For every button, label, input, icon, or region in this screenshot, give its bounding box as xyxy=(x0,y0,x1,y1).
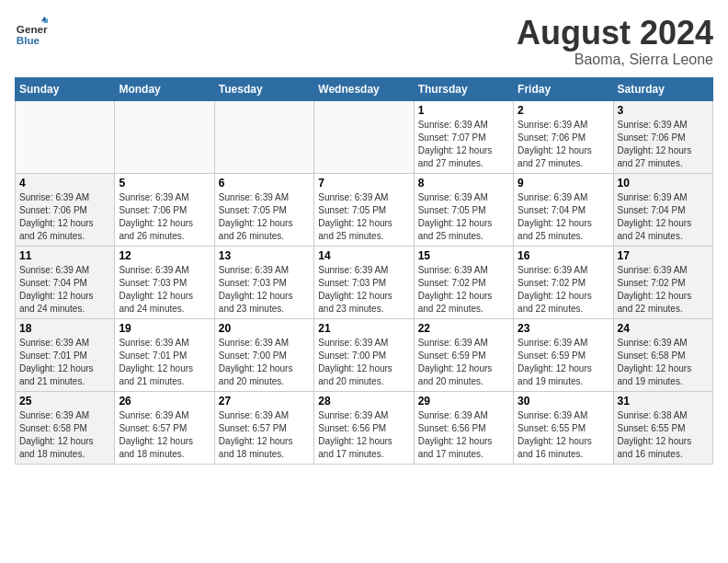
day-info: Sunrise: 6:39 AM Sunset: 7:05 PM Dayligh… xyxy=(418,191,509,243)
calendar-cell: 3Sunrise: 6:39 AM Sunset: 7:06 PM Daylig… xyxy=(613,100,712,173)
day-info: Sunrise: 6:39 AM Sunset: 7:03 PM Dayligh… xyxy=(119,264,210,316)
weekday-header-tuesday: Tuesday xyxy=(214,77,313,100)
day-info: Sunrise: 6:39 AM Sunset: 6:57 PM Dayligh… xyxy=(219,409,310,461)
day-info: Sunrise: 6:39 AM Sunset: 7:07 PM Dayligh… xyxy=(418,119,509,170)
svg-text:Blue: Blue xyxy=(17,34,40,46)
calendar-cell: 15Sunrise: 6:39 AM Sunset: 7:02 PM Dayli… xyxy=(414,246,513,318)
calendar-cell: 16Sunrise: 6:39 AM Sunset: 7:02 PM Dayli… xyxy=(514,246,613,318)
week-row-5: 25Sunrise: 6:39 AM Sunset: 6:58 PM Dayli… xyxy=(16,391,713,464)
day-number: 6 xyxy=(219,177,310,190)
day-number: 22 xyxy=(418,322,509,335)
day-info: Sunrise: 6:39 AM Sunset: 7:02 PM Dayligh… xyxy=(518,264,609,316)
day-info: Sunrise: 6:39 AM Sunset: 7:03 PM Dayligh… xyxy=(219,264,310,316)
calendar-cell: 2Sunrise: 6:39 AM Sunset: 7:06 PM Daylig… xyxy=(514,100,613,173)
day-info: Sunrise: 6:39 AM Sunset: 7:00 PM Dayligh… xyxy=(219,337,310,388)
day-number: 12 xyxy=(119,249,210,262)
calendar-cell: 23Sunrise: 6:39 AM Sunset: 6:59 PM Dayli… xyxy=(514,318,613,391)
calendar-cell: 14Sunrise: 6:39 AM Sunset: 7:03 PM Dayli… xyxy=(314,246,414,318)
day-number: 13 xyxy=(219,249,310,262)
day-info: Sunrise: 6:39 AM Sunset: 6:58 PM Dayligh… xyxy=(19,409,110,461)
day-number: 8 xyxy=(418,177,509,190)
day-number: 4 xyxy=(19,177,110,190)
weekday-header-monday: Monday xyxy=(115,77,214,100)
day-number: 31 xyxy=(618,395,709,408)
day-info: Sunrise: 6:39 AM Sunset: 6:55 PM Dayligh… xyxy=(518,409,609,461)
day-info: Sunrise: 6:39 AM Sunset: 7:04 PM Dayligh… xyxy=(19,264,110,316)
weekday-header-sunday: Sunday xyxy=(16,77,115,100)
calendar-cell: 31Sunrise: 6:38 AM Sunset: 6:55 PM Dayli… xyxy=(613,391,712,464)
weekday-header-thursday: Thursday xyxy=(414,77,513,100)
day-number: 3 xyxy=(618,104,709,117)
day-number: 18 xyxy=(19,322,110,335)
day-info: Sunrise: 6:39 AM Sunset: 7:06 PM Dayligh… xyxy=(19,191,110,243)
title-block: August 2024 Baoma, Sierra Leone xyxy=(517,15,713,68)
calendar-cell: 30Sunrise: 6:39 AM Sunset: 6:55 PM Dayli… xyxy=(514,391,613,464)
day-info: Sunrise: 6:39 AM Sunset: 7:03 PM Dayligh… xyxy=(318,264,409,316)
day-number: 26 xyxy=(119,395,210,408)
day-number: 2 xyxy=(518,104,609,117)
calendar-cell: 13Sunrise: 6:39 AM Sunset: 7:03 PM Dayli… xyxy=(214,246,313,318)
day-info: Sunrise: 6:39 AM Sunset: 7:01 PM Dayligh… xyxy=(19,337,110,388)
calendar-table: SundayMondayTuesdayWednesdayThursdayFrid… xyxy=(15,77,713,465)
calendar-cell: 4Sunrise: 6:39 AM Sunset: 7:06 PM Daylig… xyxy=(16,173,115,246)
day-info: Sunrise: 6:39 AM Sunset: 6:56 PM Dayligh… xyxy=(418,409,509,461)
logo: General Blue xyxy=(15,15,48,48)
day-number: 20 xyxy=(219,322,310,335)
day-info: Sunrise: 6:39 AM Sunset: 6:57 PM Dayligh… xyxy=(119,409,210,461)
month-year-title: August 2024 xyxy=(517,15,713,52)
day-number: 30 xyxy=(518,395,609,408)
day-info: Sunrise: 6:39 AM Sunset: 7:02 PM Dayligh… xyxy=(618,264,709,316)
day-number: 7 xyxy=(318,177,409,190)
day-number: 1 xyxy=(418,104,509,117)
week-row-3: 11Sunrise: 6:39 AM Sunset: 7:04 PM Dayli… xyxy=(16,246,713,318)
day-number: 19 xyxy=(119,322,210,335)
calendar-cell: 22Sunrise: 6:39 AM Sunset: 6:59 PM Dayli… xyxy=(414,318,513,391)
day-number: 16 xyxy=(518,249,609,262)
day-number: 5 xyxy=(119,177,210,190)
day-info: Sunrise: 6:39 AM Sunset: 6:59 PM Dayligh… xyxy=(518,337,609,388)
calendar-cell: 20Sunrise: 6:39 AM Sunset: 7:00 PM Dayli… xyxy=(214,318,313,391)
calendar-cell: 29Sunrise: 6:39 AM Sunset: 6:56 PM Dayli… xyxy=(414,391,513,464)
calendar-cell: 17Sunrise: 6:39 AM Sunset: 7:02 PM Dayli… xyxy=(613,246,712,318)
week-row-4: 18Sunrise: 6:39 AM Sunset: 7:01 PM Dayli… xyxy=(16,318,713,391)
calendar-cell: 5Sunrise: 6:39 AM Sunset: 7:06 PM Daylig… xyxy=(115,173,214,246)
day-info: Sunrise: 6:39 AM Sunset: 6:58 PM Dayligh… xyxy=(618,337,709,388)
day-info: Sunrise: 6:39 AM Sunset: 7:06 PM Dayligh… xyxy=(518,119,609,170)
calendar-cell: 26Sunrise: 6:39 AM Sunset: 6:57 PM Dayli… xyxy=(115,391,214,464)
calendar-cell: 21Sunrise: 6:39 AM Sunset: 7:00 PM Dayli… xyxy=(314,318,414,391)
weekday-header-friday: Friday xyxy=(514,77,613,100)
calendar-cell xyxy=(115,100,214,173)
calendar-cell xyxy=(16,100,115,173)
day-number: 10 xyxy=(618,177,709,190)
week-row-2: 4Sunrise: 6:39 AM Sunset: 7:06 PM Daylig… xyxy=(16,173,713,246)
day-number: 17 xyxy=(618,249,709,262)
day-number: 28 xyxy=(318,395,409,408)
day-number: 23 xyxy=(518,322,609,335)
day-number: 21 xyxy=(318,322,409,335)
day-info: Sunrise: 6:39 AM Sunset: 7:06 PM Dayligh… xyxy=(119,191,210,243)
day-number: 29 xyxy=(418,395,509,408)
day-number: 27 xyxy=(219,395,310,408)
calendar-cell: 28Sunrise: 6:39 AM Sunset: 6:56 PM Dayli… xyxy=(314,391,414,464)
calendar-cell: 12Sunrise: 6:39 AM Sunset: 7:03 PM Dayli… xyxy=(115,246,214,318)
day-info: Sunrise: 6:39 AM Sunset: 7:04 PM Dayligh… xyxy=(518,191,609,243)
day-info: Sunrise: 6:39 AM Sunset: 7:04 PM Dayligh… xyxy=(618,191,709,243)
day-info: Sunrise: 6:39 AM Sunset: 7:01 PM Dayligh… xyxy=(119,337,210,388)
day-number: 15 xyxy=(418,249,509,262)
weekday-header-saturday: Saturday xyxy=(613,77,712,100)
calendar-cell: 11Sunrise: 6:39 AM Sunset: 7:04 PM Dayli… xyxy=(16,246,115,318)
day-number: 24 xyxy=(618,322,709,335)
calendar-cell: 25Sunrise: 6:39 AM Sunset: 6:58 PM Dayli… xyxy=(16,391,115,464)
day-number: 14 xyxy=(318,249,409,262)
calendar-cell: 27Sunrise: 6:39 AM Sunset: 6:57 PM Dayli… xyxy=(214,391,313,464)
day-info: Sunrise: 6:39 AM Sunset: 7:05 PM Dayligh… xyxy=(318,191,409,243)
day-info: Sunrise: 6:39 AM Sunset: 7:00 PM Dayligh… xyxy=(318,337,409,388)
weekday-header-row: SundayMondayTuesdayWednesdayThursdayFrid… xyxy=(16,77,713,100)
location-subtitle: Baoma, Sierra Leone xyxy=(517,52,713,68)
calendar-cell: 7Sunrise: 6:39 AM Sunset: 7:05 PM Daylig… xyxy=(314,173,414,246)
day-number: 11 xyxy=(19,249,110,262)
calendar-cell xyxy=(314,100,414,173)
calendar-cell: 18Sunrise: 6:39 AM Sunset: 7:01 PM Dayli… xyxy=(16,318,115,391)
calendar-cell xyxy=(214,100,313,173)
calendar-cell: 9Sunrise: 6:39 AM Sunset: 7:04 PM Daylig… xyxy=(514,173,613,246)
